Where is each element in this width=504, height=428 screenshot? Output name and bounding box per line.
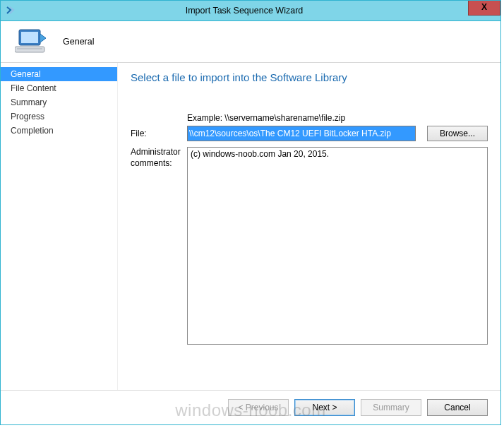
computer-icon bbox=[15, 27, 49, 57]
window-title: Import Task Sequence Wizard bbox=[16, 6, 500, 16]
svg-rect-1 bbox=[21, 32, 38, 43]
svg-rect-3 bbox=[17, 48, 42, 49]
file-example-label: Example: \\servername\sharename\file.zip bbox=[187, 113, 488, 123]
step-progress[interactable]: Progress bbox=[1, 109, 117, 124]
step-file-content[interactable]: File Content bbox=[1, 81, 117, 95]
page-title: General bbox=[63, 37, 94, 47]
wizard-steps-sidebar: General File Content Summary Progress Co… bbox=[1, 63, 118, 390]
app-icon bbox=[5, 5, 16, 16]
file-path-input[interactable] bbox=[187, 126, 416, 141]
next-button[interactable]: Next > bbox=[294, 399, 355, 416]
close-button[interactable]: X bbox=[468, 1, 500, 16]
summary-button[interactable]: Summary bbox=[361, 399, 421, 416]
wizard-content: Select a file to import into the Softwar… bbox=[118, 63, 500, 390]
step-summary[interactable]: Summary bbox=[1, 95, 117, 109]
wizard-body: General File Content Summary Progress Co… bbox=[1, 63, 500, 390]
file-row: File: Browse... bbox=[131, 126, 488, 141]
wizard-header: General bbox=[1, 21, 500, 63]
titlebar: Import Task Sequence Wizard X bbox=[1, 1, 500, 21]
wizard-window: Import Task Sequence Wizard X General Ge… bbox=[0, 0, 501, 425]
content-heading: Select a file to import into the Softwar… bbox=[131, 71, 488, 83]
wizard-footer: < Previous Next > Summary Cancel bbox=[1, 390, 500, 424]
step-general[interactable]: General bbox=[1, 67, 117, 81]
browse-button[interactable]: Browse... bbox=[427, 126, 488, 141]
previous-button[interactable]: < Previous bbox=[228, 399, 289, 416]
step-completion[interactable]: Completion bbox=[1, 124, 117, 138]
comments-label: Administrator comments: bbox=[131, 147, 187, 169]
file-label: File: bbox=[131, 129, 187, 138]
comments-row: Administrator comments: (c) windows-noob… bbox=[131, 147, 488, 390]
cancel-button[interactable]: Cancel bbox=[427, 399, 488, 416]
comments-textarea[interactable]: (c) windows-noob.com Jan 20, 2015. bbox=[187, 147, 488, 345]
